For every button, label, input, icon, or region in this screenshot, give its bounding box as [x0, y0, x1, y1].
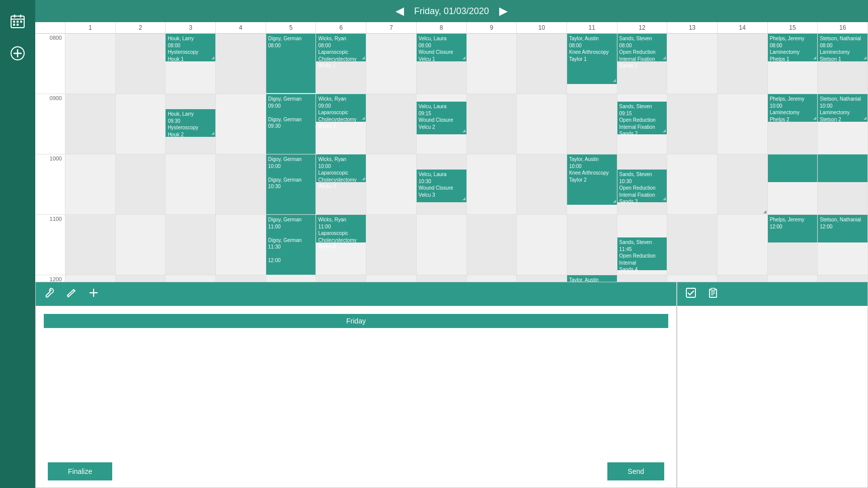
- friday-badge[interactable]: Friday: [44, 314, 668, 328]
- cell-0800-10[interactable]: [517, 34, 567, 94]
- cell-1000-2[interactable]: [116, 154, 166, 215]
- event-wicks-1[interactable]: Wicks, Ryan08:00Laparoscopic Cholecystec…: [316, 34, 366, 61]
- cell-1000-10[interactable]: [517, 154, 567, 215]
- event-phelps-2[interactable]: Phelps, Jeremy10:00LaminectomyPhelps 2 ◢: [768, 94, 818, 122]
- cell-1100-10[interactable]: [517, 215, 567, 275]
- event-digoy-3[interactable]: Digoy, German10:00Digoy, German10:30: [266, 154, 316, 215]
- cell-1100-5[interactable]: Digoy, German11:00Digoy, German11:3012:0…: [266, 215, 317, 275]
- cell-1000-3[interactable]: [166, 154, 216, 215]
- event-stetson-3[interactable]: Stetson, Nathanial12:00: [818, 215, 867, 242]
- cell-1000-16[interactable]: [818, 154, 868, 215]
- cell-0800-9[interactable]: [467, 34, 517, 94]
- cell-1200-13[interactable]: [667, 275, 718, 282]
- cell-0900-11[interactable]: [567, 94, 617, 154]
- cell-0900-15[interactable]: Phelps, Jeremy10:00LaminectomyPhelps 2 ◢: [768, 94, 818, 154]
- event-sands-2[interactable]: Sands, Steven09:15Open Reduction Interna…: [617, 102, 667, 134]
- event-wicks-2[interactable]: Wicks, Ryan09:00Laparoscopic Cholecystec…: [316, 94, 366, 122]
- event-sands-1[interactable]: Sands, Steven08:00Open Reduction Interna…: [617, 34, 667, 61]
- cell-1100-16[interactable]: Stetson, Nathanial12:00: [818, 215, 868, 275]
- cell-1200-5[interactable]: [266, 275, 317, 282]
- event-phelps-3[interactable]: Phelps, Jeremy12:00: [768, 215, 818, 242]
- cell-1200-4[interactable]: [216, 275, 266, 282]
- cell-1000-8[interactable]: Velcu, Laura10:30Wound ClosureVelcu 3 ◢: [417, 154, 467, 215]
- wrench-button[interactable]: [43, 286, 56, 302]
- cell-0900-16[interactable]: Stetson, Nathanial10:00LaminectomyStetso…: [818, 94, 868, 154]
- add-button[interactable]: [87, 286, 100, 302]
- cell-0800-12[interactable]: Sands, Steven08:00Open Reduction Interna…: [617, 34, 668, 94]
- event-taylor-1[interactable]: Taylor, Austin08:00Knee ArthroscopyTaylo…: [567, 34, 617, 84]
- cell-1000-1[interactable]: [65, 154, 116, 215]
- cell-0900-7[interactable]: [366, 94, 417, 154]
- finalize-button[interactable]: Finalize: [48, 462, 112, 480]
- cell-1100-2[interactable]: [116, 215, 166, 275]
- event-wicks-3[interactable]: Wicks, Ryan10:00Laparoscopic Cholecystec…: [316, 154, 366, 182]
- event-taylor-2[interactable]: Taylor, Austin10:00Knee ArthroscopyTaylo…: [567, 154, 617, 205]
- cell-1100-15[interactable]: Phelps, Jeremy12:00: [768, 215, 818, 275]
- cell-1100-7[interactable]: [366, 215, 417, 275]
- cell-1200-14[interactable]: [718, 275, 768, 282]
- cell-1200-9[interactable]: [467, 275, 517, 282]
- event-digoy-1[interactable]: Digoy, German08:00: [266, 34, 316, 93]
- cell-0900-14[interactable]: [718, 94, 768, 154]
- cell-0900-10[interactable]: [517, 94, 567, 154]
- cell-0800-5[interactable]: Digoy, German08:00: [266, 34, 317, 94]
- cell-1000-11[interactable]: Taylor, Austin10:00Knee ArthroscopyTaylo…: [567, 154, 617, 215]
- event-houk-1[interactable]: Houk, Larry08:00HysteroscopyHouk 1 ◢: [166, 34, 215, 61]
- calendar-icon[interactable]: [7, 10, 29, 32]
- cell-1200-1[interactable]: [65, 275, 116, 282]
- event-taylor-3[interactable]: Taylor, Austin12:00Knee: [567, 275, 617, 282]
- event-wicks-4[interactable]: Wicks, Ryan11:00Laparoscopic Cholecystec…: [316, 215, 366, 242]
- cell-1000-4[interactable]: [216, 154, 266, 215]
- cell-0900-5[interactable]: Digoy, German09:00Digoy, German09:30: [266, 94, 317, 154]
- cell-0800-1[interactable]: [65, 34, 116, 94]
- cell-1200-7[interactable]: [366, 275, 417, 282]
- cell-1200-10[interactable]: [517, 275, 567, 282]
- cell-1000-7[interactable]: [366, 154, 417, 215]
- event-sands-3[interactable]: Sands, Steven10:30Open Reduction Interna…: [617, 170, 667, 202]
- event-sands-4[interactable]: Sands, Steven11:45Open Reduction Interna…: [617, 237, 667, 270]
- cell-1100-1[interactable]: [65, 215, 116, 275]
- cell-0800-8[interactable]: Velcu, Laura08:00Wound ClosureVelcu 1 ◢: [417, 34, 467, 94]
- cell-1100-12[interactable]: Sands, Steven11:45Open Reduction Interna…: [617, 215, 668, 275]
- cell-1200-15[interactable]: [768, 275, 818, 282]
- cell-0900-6[interactable]: Wicks, Ryan09:00Laparoscopic Cholecystec…: [316, 94, 366, 154]
- cell-0900-2[interactable]: [116, 94, 166, 154]
- cell-0800-14[interactable]: [718, 34, 768, 94]
- cell-1100-14[interactable]: [718, 215, 768, 275]
- send-button[interactable]: Send: [607, 462, 664, 480]
- cell-1200-12[interactable]: [617, 275, 668, 282]
- event-velcu-3[interactable]: Velcu, Laura10:30Wound ClosureVelcu 3 ◢: [417, 170, 466, 202]
- event-stetson-1[interactable]: Stetson, Nathanial08:00LaminectomyStetso…: [818, 34, 867, 61]
- prev-button[interactable]: ◀: [396, 5, 404, 18]
- event-stetson-empty[interactable]: [818, 154, 867, 182]
- cell-1000-15[interactable]: [768, 154, 818, 215]
- cell-0900-12[interactable]: Sands, Steven09:15Open Reduction Interna…: [617, 94, 668, 154]
- cell-0800-2[interactable]: [116, 34, 166, 94]
- cell-1100-11[interactable]: [567, 215, 617, 275]
- cell-1200-8[interactable]: [417, 275, 467, 282]
- cell-1100-3[interactable]: [166, 215, 216, 275]
- check-button[interactable]: [684, 286, 697, 302]
- event-stetson-2[interactable]: Stetson, Nathanial10:00LaminectomyStetso…: [818, 94, 867, 122]
- cell-1000-14[interactable]: ◢: [718, 154, 768, 215]
- cell-0900-13[interactable]: [667, 94, 718, 154]
- cell-0900-4[interactable]: [216, 94, 266, 154]
- cell-0800-11[interactable]: Taylor, Austin08:00Knee ArthroscopyTaylo…: [567, 34, 617, 94]
- cell-1100-8[interactable]: [417, 215, 467, 275]
- event-digoy-4[interactable]: Digoy, German11:00Digoy, German11:3012:0…: [266, 215, 316, 275]
- cell-1000-13[interactable]: [667, 154, 718, 215]
- cell-0800-3[interactable]: Houk, Larry08:00HysteroscopyHouk 1 ◢: [166, 34, 216, 94]
- cell-1200-16[interactable]: [818, 275, 868, 282]
- cell-0800-13[interactable]: [667, 34, 718, 94]
- event-phelps-1[interactable]: Phelps, Jeremy08:00LaminectomyPhelps 1 ◢: [768, 34, 818, 61]
- clipboard-button[interactable]: [706, 286, 720, 302]
- cell-1000-5[interactable]: Digoy, German10:00Digoy, German10:30: [266, 154, 317, 215]
- event-digoy-2[interactable]: Digoy, German09:00Digoy, German09:30: [266, 94, 316, 154]
- cell-1100-4[interactable]: [216, 215, 266, 275]
- cell-1200-3[interactable]: [166, 275, 216, 282]
- cell-1200-6[interactable]: [316, 275, 366, 282]
- cell-0900-9[interactable]: [467, 94, 517, 154]
- event-phelps-empty[interactable]: [768, 154, 818, 182]
- cell-0800-4[interactable]: [216, 34, 266, 94]
- cell-1100-9[interactable]: [467, 215, 517, 275]
